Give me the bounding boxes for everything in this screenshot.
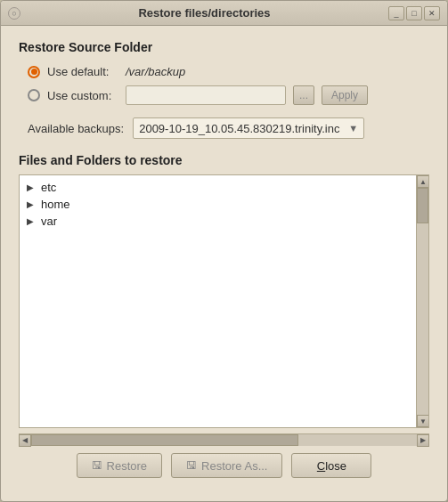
backup-row: Available backups: 2009-10-19_10.05.45.8… (19, 117, 429, 139)
hscroll-thumb[interactable] (31, 434, 298, 446)
restore-icon: 🖫 (92, 459, 102, 472)
footer-buttons: 🖫 Restore 🖫 Restore As... Close (19, 446, 429, 487)
tree-item-arrow-icon: ▶ (27, 182, 36, 192)
scroll-right-button[interactable]: ▶ (417, 434, 429, 447)
vertical-scrollbar[interactable]: ▲ ▼ (416, 175, 428, 427)
titlebar-close-circle[interactable]: ○ (8, 7, 20, 20)
close-label: Close (317, 459, 346, 473)
available-backups-label: Available backups: (28, 122, 124, 135)
scroll-left-button[interactable]: ◀ (19, 434, 31, 447)
custom-path-input[interactable] (126, 85, 286, 105)
titlebar-controls: _ □ ✕ (388, 6, 440, 20)
close-button[interactable]: ✕ (424, 6, 440, 20)
titlebar-left: ○ (8, 7, 20, 20)
files-section-title: Files and Folders to restore (19, 153, 429, 167)
close-button-footer[interactable]: Close (291, 453, 371, 478)
restore-window: ○ Restore files/directories _ □ ✕ Restor… (0, 0, 448, 502)
files-tree-container: ▶etc▶home▶var ▲ ▼ (19, 174, 429, 428)
scroll-down-button[interactable]: ▼ (417, 415, 429, 427)
tree-item[interactable]: ▶home (20, 196, 416, 213)
tree-item-label: home (41, 198, 70, 211)
use-custom-label: Use custom: (47, 89, 118, 102)
main-content: Restore Source Folder Use default: /var/… (1, 26, 447, 501)
hscroll-track (31, 434, 417, 446)
use-default-radio[interactable] (28, 66, 40, 78)
tree-item-label: var (41, 215, 57, 228)
tree-content: ▶etc▶home▶var (20, 175, 416, 427)
maximize-button[interactable]: □ (406, 6, 422, 20)
tree-item[interactable]: ▶etc (20, 179, 416, 196)
browse-button[interactable]: ... (293, 85, 314, 105)
scroll-up-button[interactable]: ▲ (417, 175, 429, 188)
scroll-track (417, 188, 428, 415)
apply-button[interactable]: Apply (322, 85, 368, 105)
use-custom-radio[interactable] (28, 89, 40, 101)
scroll-thumb[interactable] (417, 188, 428, 223)
use-custom-row: Use custom: ... Apply (28, 85, 429, 105)
tree-item-label: etc (41, 181, 56, 194)
restore-as-button[interactable]: 🖫 Restore As... (171, 453, 282, 478)
restore-button[interactable]: 🖫 Restore (77, 453, 163, 478)
horizontal-scrollbar[interactable]: ◀ ▶ (19, 433, 429, 446)
restore-as-icon: 🖫 (186, 459, 197, 472)
tree-scroll-area: ▶etc▶home▶var ▲ ▼ (20, 175, 428, 427)
titlebar: ○ Restore files/directories _ □ ✕ (1, 1, 447, 26)
radio-group: Use default: /var/backup Use custom: ...… (19, 65, 429, 105)
tree-item[interactable]: ▶var (20, 213, 416, 230)
tree-item-arrow-icon: ▶ (27, 199, 36, 209)
tree-item-arrow-icon: ▶ (27, 216, 36, 226)
use-default-row: Use default: /var/backup (28, 65, 429, 78)
restore-source-title: Restore Source Folder (19, 40, 429, 54)
backup-selected-value: 2009-10-19_10.05.45.830219.trinity.inc (139, 122, 345, 135)
radio-dot (31, 69, 37, 75)
dropdown-arrow-icon: ▼ (348, 123, 358, 134)
use-default-label: Use default: (47, 65, 118, 78)
window-title: Restore files/directories (20, 6, 388, 20)
default-path-value: /var/backup (126, 65, 185, 78)
backup-select-dropdown[interactable]: 2009-10-19_10.05.45.830219.trinity.inc ▼ (133, 117, 364, 139)
restore-as-label: Restore As... (201, 459, 267, 473)
minimize-button[interactable]: _ (388, 6, 404, 20)
restore-label: Restore (107, 459, 148, 473)
